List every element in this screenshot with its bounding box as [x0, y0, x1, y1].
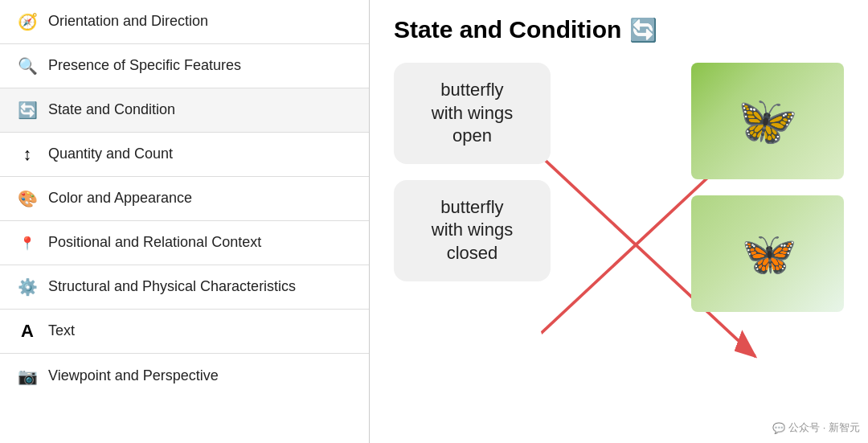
search-icon: 🔍 [13, 56, 42, 76]
sidebar-label-orientation: Orientation and Direction [48, 12, 208, 31]
text-icon: A [13, 321, 42, 342]
sidebar-label-state: State and Condition [48, 100, 175, 119]
watermark: 💬 公众号 · 新智元 [772, 420, 860, 435]
text-box-wings-closed: butterflywith wingsclosed [394, 180, 551, 281]
wechat-icon: 💬 [772, 422, 785, 434]
butterfly-wings-open-image [691, 63, 844, 179]
palette-icon: 🎨 [13, 189, 42, 208]
sidebar-item-orientation[interactable]: 🧭 Orientation and Direction [0, 0, 369, 44]
sidebar-label-color: Color and Appearance [48, 189, 192, 207]
sidebar-item-color[interactable]: 🎨 Color and Appearance [0, 177, 369, 221]
pin-icon: 📍 [13, 236, 42, 251]
arrows-updown-icon: ↕ [13, 144, 42, 165]
sidebar-label-quantity: Quantity and Count [48, 145, 173, 163]
butterfly-wings-closed-image [691, 195, 844, 312]
sidebar-item-text[interactable]: A Text [0, 310, 369, 354]
title-refresh-icon: 🔄 [629, 17, 657, 43]
watermark-text: 公众号 · 新智元 [788, 420, 860, 435]
title-text: State and Condition [394, 16, 621, 43]
right-panel: State and Condition 🔄 butterflywith wing… [370, 0, 868, 443]
text-box-wings-open: butterflywith wingsopen [394, 63, 551, 164]
section-title: State and Condition 🔄 [394, 16, 657, 43]
sidebar-item-structural[interactable]: ⚙️ Structural and Physical Characteristi… [0, 265, 369, 310]
images-column [691, 63, 844, 427]
sidebar-label-viewpoint: Viewpoint and Perspective [48, 367, 219, 385]
sidebar-label-presence: Presence of Specific Features [48, 56, 241, 75]
camera-icon: 📷 [13, 367, 42, 386]
sidebar-label-text: Text [48, 322, 75, 340]
compass-icon: 🧭 [13, 12, 42, 31]
sidebar-item-viewpoint[interactable]: 📷 Viewpoint and Perspective [0, 354, 369, 398]
refresh-icon: 🔄 [13, 100, 42, 120]
settings-icon: ⚙️ [13, 277, 42, 297]
sidebar-item-presence[interactable]: 🔍 Presence of Specific Features [0, 44, 369, 88]
sidebar-label-structural: Structural and Physical Characteristics [48, 277, 296, 296]
sidebar-label-positional: Positional and Relational Context [48, 233, 261, 252]
sidebar-item-quantity[interactable]: ↕ Quantity and Count [0, 133, 369, 177]
text-boxes-column: butterflywith wingsopen butterflywith wi… [394, 63, 551, 427]
content-area: butterflywith wingsopen butterflywith wi… [394, 63, 844, 427]
sidebar-item-positional[interactable]: 📍 Positional and Relational Context [0, 221, 369, 265]
sidebar-item-state[interactable]: 🔄 State and Condition [0, 88, 369, 133]
left-menu: 🧭 Orientation and Direction 🔍 Presence o… [0, 0, 370, 443]
